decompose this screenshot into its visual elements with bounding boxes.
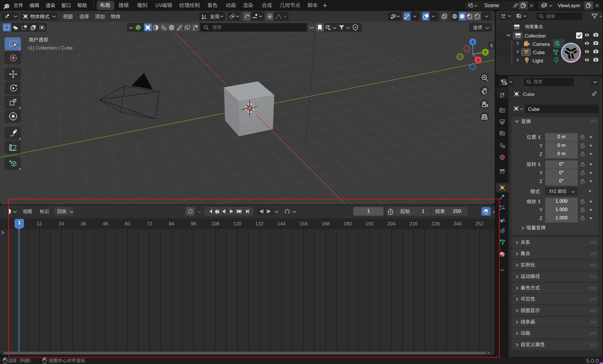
svg-text:Z: Z <box>471 40 474 44</box>
svg-text:Y: Y <box>484 50 487 55</box>
svg-text:X: X <box>477 58 480 62</box>
